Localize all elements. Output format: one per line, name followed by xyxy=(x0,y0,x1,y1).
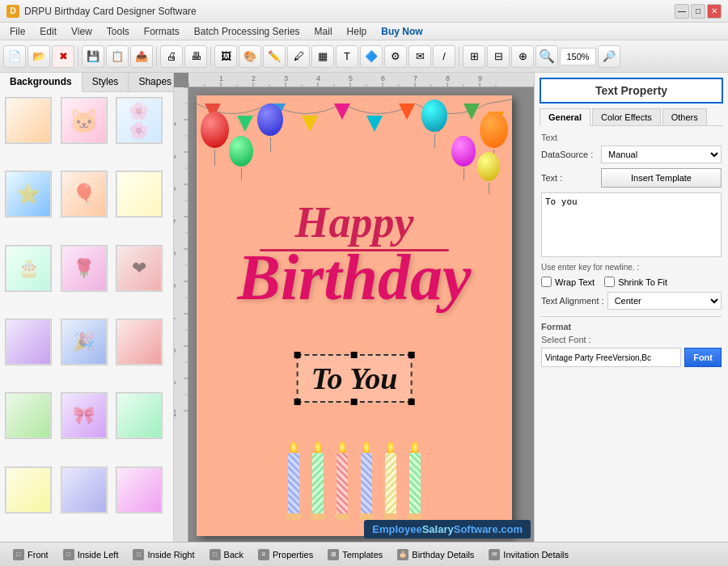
status-properties[interactable]: ≡ Properties xyxy=(252,546,320,564)
design-canvas[interactable]: Happy Birthday To You xyxy=(197,95,512,536)
shape-button[interactable]: 🔷 xyxy=(360,45,383,68)
zoom-input[interactable] xyxy=(560,48,596,65)
thumbnail-5[interactable]: 🎈 xyxy=(61,171,108,218)
checkbox-row: Wrap Text Shrink To Fit xyxy=(541,277,722,287)
delete-button[interactable]: ✖ xyxy=(52,45,74,68)
open-button[interactable]: 📂 xyxy=(28,45,50,68)
pen-button[interactable]: 🖊 xyxy=(287,45,310,68)
back-icon: □ xyxy=(210,549,221,560)
thumbnail-12[interactable] xyxy=(116,319,163,365)
zoomin-button[interactable]: 🔍 xyxy=(535,45,558,68)
thumbnail-6[interactable] xyxy=(116,171,163,218)
zoom-control: 🔎 xyxy=(560,45,620,68)
thumbnail-8[interactable]: 🌹 xyxy=(61,245,108,292)
left-panel: Backgrounds Styles Shapes 🐱 🌸🌸 xyxy=(0,73,174,542)
format-section: Format Select Font : Font xyxy=(541,316,722,367)
minimize-button[interactable]: — xyxy=(675,4,689,19)
thumbnail-9[interactable]: ❤ xyxy=(116,245,163,292)
snap-button[interactable]: ⊕ xyxy=(511,45,534,68)
card-toyou-container[interactable]: To You xyxy=(297,354,413,403)
saveas-button[interactable]: 📋 xyxy=(106,45,129,68)
menu-mail[interactable]: Mail xyxy=(308,24,339,39)
insert-template-button[interactable]: Insert Template xyxy=(601,168,722,188)
status-inside-left[interactable]: □ Inside Left xyxy=(57,546,125,564)
menu-file[interactable]: File xyxy=(3,24,32,39)
thumbnail-2[interactable]: 🐱 xyxy=(61,97,108,144)
tab-color-effects[interactable]: Color Effects xyxy=(592,108,661,125)
zoomout-button[interactable]: 🔎 xyxy=(598,45,620,68)
status-front[interactable]: □ Front xyxy=(6,546,55,564)
print-button[interactable]: 🖨 xyxy=(160,45,183,68)
thumbnail-13[interactable] xyxy=(5,392,52,439)
front-icon: □ xyxy=(13,549,24,560)
status-inside-right[interactable]: □ Inside Right xyxy=(126,546,201,564)
thumbnail-18[interactable] xyxy=(116,467,163,513)
status-birthday-details[interactable]: 🎂 Birthday Details xyxy=(391,546,480,564)
thumbnail-17[interactable] xyxy=(61,467,108,513)
thumbnail-4[interactable]: ⭐ xyxy=(5,171,52,218)
save-button[interactable]: 💾 xyxy=(82,45,104,68)
status-back[interactable]: □ Back xyxy=(203,546,250,564)
maximize-button[interactable]: □ xyxy=(691,4,705,19)
thumbnail-1[interactable] xyxy=(5,97,52,144)
thumbnail-11[interactable]: 🎉 xyxy=(61,319,108,365)
new-button[interactable]: 📄 xyxy=(3,45,26,68)
font-input[interactable] xyxy=(541,348,681,367)
tab-backgrounds[interactable]: Backgrounds xyxy=(0,73,83,92)
property-tabs: General Color Effects Others xyxy=(540,108,723,126)
status-invitation-details[interactable]: ✉ Invitation Details xyxy=(482,546,575,564)
svg-marker-65 xyxy=(302,116,318,132)
tab-styles[interactable]: Styles xyxy=(83,73,129,91)
text-section-label: Text xyxy=(541,133,722,142)
thumbnail-14[interactable]: 🎀 xyxy=(61,392,108,439)
text-area[interactable]: To you xyxy=(541,192,722,257)
thumbnail-7[interactable]: 🎂 xyxy=(5,245,52,292)
thumbnail-16[interactable] xyxy=(5,467,52,513)
menu-view[interactable]: View xyxy=(65,24,99,39)
alignment-select[interactable]: Left Center Right Justify xyxy=(607,292,722,310)
menu-edit[interactable]: Edit xyxy=(33,24,63,39)
shrink-fit-checkbox[interactable] xyxy=(604,277,615,287)
status-templates[interactable]: ⊞ Templates xyxy=(321,546,389,564)
menu-tools[interactable]: Tools xyxy=(100,24,136,39)
thumbnail-10[interactable] xyxy=(5,319,52,365)
menu-help[interactable]: Help xyxy=(341,24,374,39)
card-birthday-text: Birthday xyxy=(197,245,512,310)
barcode-button[interactable]: ▦ xyxy=(311,45,334,68)
email-button[interactable]: ✉ xyxy=(408,45,431,68)
table-button[interactable]: ⊞ xyxy=(463,45,485,68)
card-toyou-text: To You xyxy=(311,361,398,396)
thumbnail-grid: 🐱 🌸🌸 ⭐ xyxy=(0,92,173,542)
draw-button[interactable]: ✏️ xyxy=(263,45,286,68)
font-button[interactable]: Font xyxy=(684,348,722,367)
design-button[interactable]: 🎨 xyxy=(239,45,261,68)
menu-batch[interactable]: Batch Processing Series xyxy=(188,24,307,39)
svg-marker-63 xyxy=(237,116,253,132)
wrap-text-checkbox-label[interactable]: Wrap Text xyxy=(541,277,595,287)
menu-formats[interactable]: Formats xyxy=(138,24,186,39)
tab-general[interactable]: General xyxy=(540,108,590,126)
print2-button[interactable]: 🖶 xyxy=(184,45,207,68)
close-button[interactable]: ✕ xyxy=(707,4,722,19)
svg-text:8: 8 xyxy=(446,74,450,82)
grid-button[interactable]: ⊟ xyxy=(487,45,510,68)
svg-text:9: 9 xyxy=(478,74,482,82)
menu-bar: File Edit View Tools Formats Batch Proce… xyxy=(0,23,728,40)
image-button[interactable]: 🖼 xyxy=(214,45,237,68)
scan-button[interactable]: / xyxy=(433,45,455,68)
status-properties-label: Properties xyxy=(273,550,313,560)
menu-buynow[interactable]: Buy Now xyxy=(375,24,429,39)
wrap-text-checkbox[interactable] xyxy=(541,277,552,287)
svg-marker-67 xyxy=(366,116,383,132)
thumbnail-15[interactable] xyxy=(116,392,163,439)
svg-text:5: 5 xyxy=(349,74,353,82)
text-button[interactable]: T xyxy=(336,45,358,68)
svg-text:6: 6 xyxy=(174,284,177,288)
symbol-button[interactable]: ⚙ xyxy=(384,45,407,68)
datasource-select[interactable]: Manual CSV Excel xyxy=(601,146,722,163)
tab-others[interactable]: Others xyxy=(662,108,707,125)
candles-row xyxy=(286,441,422,520)
export-button[interactable]: 📤 xyxy=(130,45,153,68)
shrink-fit-checkbox-label[interactable]: Shrink To Fit xyxy=(604,277,667,287)
thumbnail-3[interactable]: 🌸🌸 xyxy=(116,97,163,144)
